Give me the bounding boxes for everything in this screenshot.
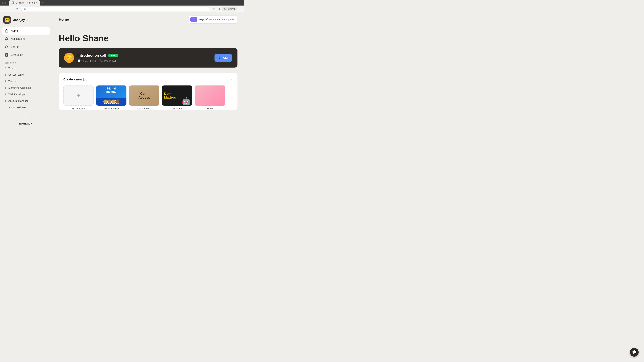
create-job-close-button[interactable]: × [231, 78, 233, 81]
sidebar-logo[interactable]: 😊 Moodjoy ▾ [0, 15, 52, 27]
job-label-web-developer: Web Developer [8, 93, 26, 96]
sidebar-item-home[interactable]: Home [2, 27, 50, 35]
split-screen-button[interactable]: ⊡ [217, 6, 220, 11]
clock-icon: 🕐 [78, 59, 81, 62]
intro-card: 😊 Introduction call Today 🕐 23:45 - 00:0… [59, 48, 238, 67]
template-thumb-dark-matters: DarkMatters 🤖 [162, 85, 192, 106]
logo-avatar: 😊 [3, 16, 11, 24]
sidebar-item-create-job[interactable]: + Create job [2, 51, 50, 59]
sidebar-wrapper: 😊 Moodjoy ▾ Home [0, 12, 52, 137]
address-bar[interactable]: 🔒 app.homerun.co [21, 6, 210, 11]
sidebar-search-label: Search [11, 45, 19, 48]
template-item-no-template[interactable]: + No template [64, 85, 94, 110]
your-jobs-label: Your jobs [5, 61, 14, 64]
intro-call-title: Introduction call [78, 53, 106, 58]
intro-type-value: Phone call [104, 59, 116, 62]
sidebar-notifications-label: Notifications [11, 37, 25, 40]
templates-row: + No template DigitalIdentity [64, 85, 233, 110]
template-item-digital-identity[interactable]: DigitalIdentity [96, 85, 126, 110]
main-header: Home 14 Days left in your trial View pla… [52, 12, 244, 27]
sidebar-home-label: Home [11, 29, 18, 32]
tab-title: Moodjoy - Homerun [16, 1, 35, 4]
template-label-calm-access: Calm Access [138, 107, 151, 110]
your-jobs-chevron-icon: ▾ [15, 62, 16, 64]
job-item-account-manager[interactable]: Account Manager [2, 98, 50, 104]
browser-tab[interactable]: H Moodjoy - Homerun × [9, 0, 40, 5]
job-item-web-developer[interactable]: Web Developer [2, 91, 50, 97]
sidebar-footer: HOMERUN [0, 120, 52, 126]
trial-days-count: 14 [190, 17, 198, 22]
scroll-indicator [26, 112, 26, 118]
toolbar-actions: ☆ ⊡ 🕵️ Incognito ⋮ [212, 6, 242, 11]
job-label-teacher: Teacher [8, 80, 17, 83]
menu-button[interactable]: ⋮ [238, 6, 242, 11]
job-item-marketing-associate[interactable]: Marketing Associate [2, 85, 50, 91]
page-title: Home [59, 17, 69, 22]
logo-chevron-icon: ▾ [27, 19, 28, 21]
sidebar-create-job-label: Create job [11, 53, 23, 56]
sidebar-item-search[interactable]: Search [2, 43, 50, 51]
tab-favicon: H [12, 1, 14, 4]
intro-avatar: 😊 [64, 53, 74, 63]
your-jobs-section[interactable]: Your jobs ▾ [0, 59, 52, 65]
home-icon [5, 29, 8, 33]
job-label-trainer: Trainer [8, 67, 16, 69]
job-dot-marketing [5, 87, 6, 89]
template-label-digital-identity: Digital Identity [104, 107, 119, 110]
create-job-title: Create a new job [64, 78, 88, 81]
job-item-content-writer[interactable]: Content Writer [2, 71, 50, 78]
job-dot-trainer [5, 67, 6, 69]
create-job-header: Create a new job × [64, 78, 233, 81]
template-item-calm-access[interactable]: CalmAccess Calm Access [129, 85, 159, 110]
template-thumb-calm-access: CalmAccess [129, 85, 159, 106]
template-label-dark-matters: Dark Matters [170, 107, 184, 110]
workspace-selector[interactable]: ⊟ ▾ [1, 1, 7, 5]
incognito-label: Incognito [227, 8, 235, 10]
refresh-button[interactable]: ↻ [15, 6, 19, 11]
trial-text: Days left in your trial [199, 18, 220, 21]
tab-close-button[interactable]: × [36, 1, 38, 4]
app-container: 😊 Moodjoy ▾ Home [0, 12, 244, 137]
intro-info: Introduction call Today 🕐 23:45 - 00:00 … [78, 53, 211, 62]
job-item-teacher[interactable]: Teacher [2, 78, 50, 84]
back-button[interactable]: ← [2, 7, 7, 11]
intro-meta: 🕐 23:45 - 00:00 📞 Phone call [78, 59, 211, 62]
incognito-icon: 🕵️ [224, 7, 226, 10]
view-plans-link[interactable]: View plans [222, 18, 234, 21]
template-label-race: Race [207, 107, 213, 110]
svg-point-0 [5, 46, 8, 48]
sidebar-item-notifications[interactable]: Notifications [2, 35, 50, 43]
new-tab-button[interactable]: + [40, 0, 45, 5]
template-item-race[interactable]: Race [195, 85, 225, 110]
greeting-heading: Hello Shane [59, 33, 238, 43]
homerun-logo: HOMERUN [19, 122, 33, 125]
intro-type: 📞 Phone call [100, 59, 116, 62]
call-button[interactable]: 📞 Call [214, 54, 232, 62]
template-label-no-template: No template [72, 107, 85, 110]
job-dot-visual-designer [5, 107, 6, 108]
incognito-badge: 🕵️ Incognito [222, 7, 237, 11]
call-icon: 📞 [218, 56, 222, 59]
template-thumb-no-template: + [64, 85, 94, 106]
browser-toolbar: ← → ↻ 🔒 app.homerun.co ☆ ⊡ 🕵️ Incognito … [0, 5, 244, 12]
main-body: Hello Shane 😊 Introduction call Today 🕐 … [52, 27, 244, 137]
job-item-trainer[interactable]: Trainer [2, 65, 50, 71]
browser-chrome: ⊟ ▾ H Moodjoy - Homerun × + ← → ↻ 🔒 app.… [0, 0, 244, 12]
job-item-visual-designer[interactable]: Visual Designer [2, 104, 50, 110]
forward-button[interactable]: → [8, 7, 13, 11]
job-dot-web-developer [5, 93, 6, 95]
template-thumb-digital-identity: DigitalIdentity [96, 85, 126, 106]
intro-title-row: Introduction call Today [78, 53, 211, 58]
today-badge: Today [108, 54, 118, 57]
url-input[interactable]: app.homerun.co [28, 7, 207, 10]
bookmark-button[interactable]: ☆ [212, 6, 216, 11]
call-button-label: Call [223, 56, 228, 59]
job-dot-content-writer [5, 74, 6, 76]
sidebar: 😊 Moodjoy ▾ Home [0, 12, 52, 129]
job-label-visual-designer: Visual Designer [8, 106, 26, 109]
job-list: Trainer Content Writer Teacher Marketing… [0, 65, 52, 110]
main-content: Home 14 Days left in your trial View pla… [52, 12, 244, 137]
job-dot-teacher [5, 80, 6, 82]
tab-bar: ⊟ ▾ H Moodjoy - Homerun × + [0, 0, 244, 5]
template-item-dark-matters[interactable]: DarkMatters 🤖 Dark Matters [162, 85, 192, 110]
